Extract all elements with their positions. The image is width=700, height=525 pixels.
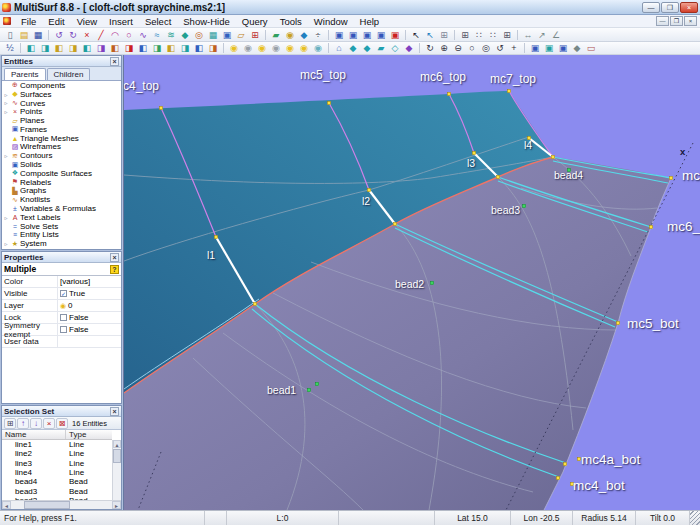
vis-knots-icon[interactable]: ◧: [164, 42, 178, 54]
property-value[interactable]: ✓True: [58, 289, 121, 298]
checkbox-checked-icon[interactable]: ✓: [60, 290, 67, 297]
circle-entity-icon[interactable]: ○: [122, 29, 136, 41]
tab-children[interactable]: Children: [47, 68, 91, 80]
color-picker-icon[interactable]: ▰: [269, 29, 283, 41]
show-all-icon[interactable]: ◉: [227, 42, 241, 54]
menu-window[interactable]: Window: [308, 16, 354, 27]
bead-marker[interactable]: [430, 281, 433, 284]
expand-arrow-icon[interactable]: ▹: [2, 240, 10, 247]
menu-select[interactable]: Select: [139, 16, 177, 27]
bead-marker[interactable]: [567, 168, 570, 171]
mdi-close-button[interactable]: ×: [684, 16, 697, 26]
point-marker[interactable]: [556, 476, 559, 479]
zoom-in-icon[interactable]: ⊕: [437, 42, 451, 54]
mdi-minimize-button[interactable]: —: [656, 16, 669, 26]
point-marker[interactable]: [616, 321, 619, 324]
tree-item-points[interactable]: ▹×Points: [2, 107, 121, 116]
point-marker[interactable]: [551, 155, 554, 158]
selection-row-line4[interactable]: line4Line: [2, 468, 112, 477]
tab-parents[interactable]: Parents: [4, 68, 46, 80]
solid-entity-icon[interactable]: ▣: [220, 29, 234, 41]
paste-view-icon[interactable]: ▣: [542, 42, 556, 54]
vis-solids-icon[interactable]: ◧: [80, 42, 94, 54]
horizontal-scroll-thumb[interactable]: [24, 501, 70, 509]
horizontal-scrollbar[interactable]: ◄ ►: [2, 500, 121, 509]
point-marker[interactable]: [649, 225, 652, 228]
show-children-icon[interactable]: ◉: [297, 42, 311, 54]
clear-selection-icon[interactable]: ⊠: [56, 418, 68, 429]
selection-row-line3[interactable]: line3Line: [2, 459, 112, 468]
measure-icon[interactable]: ↗: [535, 29, 549, 41]
minimize-button[interactable]: —: [642, 2, 660, 13]
tree-item-relabels[interactable]: ⚑Relabels: [2, 178, 121, 187]
vertical-scroll-thumb[interactable]: [113, 449, 121, 463]
property-value[interactable]: [various]: [58, 277, 121, 286]
select-add-icon[interactable]: ↖: [423, 29, 437, 41]
menu-insert[interactable]: Insert: [103, 16, 139, 27]
view-front-icon[interactable]: ◆: [346, 42, 360, 54]
checkbox-unchecked-icon[interactable]: [60, 326, 67, 333]
grid-major-icon[interactable]: ⊞: [500, 29, 514, 41]
tree-item-entity-lists[interactable]: ≡Entity Lists: [2, 231, 121, 240]
pan-view-icon[interactable]: +: [507, 42, 521, 54]
view-home-icon[interactable]: ⌂: [332, 42, 346, 54]
point-marker[interactable]: [577, 457, 580, 460]
tree-item-text-labels[interactable]: ▹AText Labels: [2, 213, 121, 222]
dimension-icon[interactable]: ↔: [521, 29, 535, 41]
bead-entity-icon[interactable]: ◆: [178, 29, 192, 41]
line-entity-icon[interactable]: ╱: [94, 29, 108, 41]
move-up-icon[interactable]: ↑: [17, 418, 29, 429]
grid-snap-icon[interactable]: ⊞: [458, 29, 472, 41]
show-parents-icon[interactable]: ◉: [283, 42, 297, 54]
point-marker[interactable]: [159, 106, 162, 109]
close-pane-icon[interactable]: ▭: [584, 42, 598, 54]
vis-system-icon[interactable]: ◨: [206, 42, 220, 54]
menu-tools[interactable]: Tools: [274, 16, 308, 27]
selection-row-line2[interactable]: line2Line: [2, 449, 112, 458]
orientation-icon[interactable]: ◆: [297, 29, 311, 41]
point-entity-icon[interactable]: ×: [80, 29, 94, 41]
hide-selected-icon[interactable]: ◉: [269, 42, 283, 54]
select-arrow-icon[interactable]: ↖: [409, 29, 423, 41]
view-plan-icon[interactable]: ▰: [374, 42, 388, 54]
tree-item-contours[interactable]: ▹≋Contours: [2, 151, 121, 160]
vis-meshes-icon[interactable]: ◨: [94, 42, 108, 54]
tree-item-curves[interactable]: ▹∿Curves: [2, 99, 121, 108]
surface-entity-icon[interactable]: ▦: [206, 29, 220, 41]
vis-lists-icon[interactable]: ◧: [192, 42, 206, 54]
expand-arrow-icon[interactable]: ▹: [2, 152, 10, 159]
vis-frames-icon[interactable]: ◧: [136, 42, 150, 54]
point-marker[interactable]: [669, 176, 672, 179]
tree-item-components[interactable]: ⊕Components: [2, 81, 121, 90]
point-marker[interactable]: [527, 136, 530, 139]
resize-grip[interactable]: [690, 511, 700, 525]
tree-item-triangle-meshes[interactable]: ▲Triangle Meshes: [2, 134, 121, 143]
zoom-fit-icon[interactable]: ◎: [479, 42, 493, 54]
tree-item-wireframes[interactable]: ▨Wireframes: [2, 143, 121, 152]
new-file-icon[interactable]: ▯: [3, 29, 17, 41]
show-selected-icon[interactable]: ◉: [255, 42, 269, 54]
menu-edit[interactable]: Edit: [42, 16, 70, 27]
remove-from-selection-icon[interactable]: ×: [43, 418, 55, 429]
open-folder-icon[interactable]: ▤: [17, 29, 31, 41]
invert-visibility-icon[interactable]: ◉: [311, 42, 325, 54]
window-tile-icon[interactable]: ▣: [346, 29, 360, 41]
vis-surfaces-icon[interactable]: ◨: [66, 42, 80, 54]
viewport-3d[interactable]: mc4_topmc5_topmc6_topmc7_topl1l2l3l4bead…: [123, 55, 700, 510]
entities-close-icon[interactable]: ×: [110, 57, 119, 66]
window-split-icon[interactable]: ▣: [374, 29, 388, 41]
hide-all-icon[interactable]: ◉: [241, 42, 255, 54]
mdi-restore-button[interactable]: ❐: [670, 16, 683, 26]
property-value[interactable]: ◉0: [58, 301, 121, 310]
plane-entity-icon[interactable]: ▱: [234, 29, 248, 41]
vis-contours-icon[interactable]: ◧: [108, 42, 122, 54]
angle-icon[interactable]: ∠: [549, 29, 563, 41]
menu-view[interactable]: View: [71, 16, 103, 27]
bead-marker[interactable]: [307, 388, 310, 391]
selection-row-bead3[interactable]: bead3Bead: [2, 486, 112, 495]
window-cascade-icon[interactable]: ▣: [332, 29, 346, 41]
selection-grid-icon[interactable]: ⊞: [4, 418, 16, 429]
mesh-entity-icon[interactable]: ⊞: [248, 29, 262, 41]
expand-arrow-icon[interactable]: ▹: [2, 249, 10, 250]
checkbox-unchecked-icon[interactable]: [60, 314, 67, 321]
